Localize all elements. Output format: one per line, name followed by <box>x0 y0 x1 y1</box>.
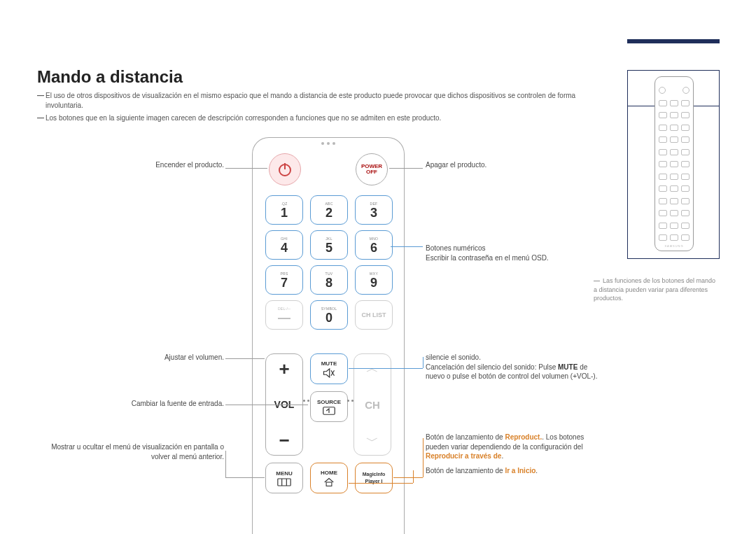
vol-up-icon: + <box>279 360 289 378</box>
source-dots-right <box>347 400 354 402</box>
mute-icon <box>323 368 335 378</box>
source-dots-left <box>303 400 309 402</box>
intro-bullet-1: ―El uso de otros dispositivos de visuali… <box>37 91 578 110</box>
intro-bullet-2: ―Los botones que en la siguiente imagen … <box>37 113 578 123</box>
callout-magicinfo: Botón de lanzamiento de Reproduct.. Los … <box>426 433 608 461</box>
svg-marker-2 <box>324 369 330 377</box>
home-icon <box>323 477 335 487</box>
leader-magicinfo <box>393 477 423 478</box>
callout-volume: Ajustar el volumen. <box>42 353 224 363</box>
numeric-keypad: .QZ1 ABC2 DEF3 GHI4 JKL5 MNO6 PRS7 TUV8 … <box>265 195 393 330</box>
remote-thumbnail: SAMSUNG <box>654 76 694 251</box>
home-button: HOME <box>310 463 348 493</box>
mute-source-column: MUTE SOURCE <box>310 353 348 422</box>
remote-thumbnail-brand: SAMSUNG <box>655 244 693 248</box>
leader-source <box>225 405 308 405</box>
remote-diagram: POWER OFF .QZ1 ABC2 DEF3 GHI4 JKL5 MNO6 … <box>252 137 405 534</box>
vol-down-icon: − <box>279 431 289 449</box>
num-7-button: PRS7 <box>265 265 303 295</box>
ir-led-dots <box>321 142 335 145</box>
source-icon <box>323 407 335 415</box>
callout-power-on: Encender el producto. <box>42 160 224 170</box>
num-2-button: ABC2 <box>310 195 348 225</box>
num-3-button: DEF3 <box>355 195 393 225</box>
callout-power-off: Apagar el producto. <box>426 160 608 170</box>
menu-home-row: MENU HOME MagicInfo Player I <box>265 463 393 493</box>
page-title: Mando a distancia <box>37 67 183 87</box>
thumbnail-note-text: Las funciones de los botones del mando a… <box>594 277 715 302</box>
menu-icon <box>277 478 291 486</box>
leader-menu <box>225 477 265 478</box>
leader-mute <box>349 368 423 369</box>
leader-menu-v <box>225 451 226 477</box>
power-off-button: POWER OFF <box>356 153 388 185</box>
callout-menu: Mostrar u ocultar el menú de visualizaci… <box>42 442 224 461</box>
leader-home-v <box>413 470 414 483</box>
menu-button: MENU <box>265 463 303 493</box>
thumbnail-note: ―Las funciones de los botones del mando … <box>594 276 720 303</box>
callout-numeric: Botones numéricos Escribir la contraseña… <box>426 244 608 262</box>
num-9-button: WXY9 <box>355 265 393 295</box>
power-off-label: POWER OFF <box>361 164 382 175</box>
page: { "title": "Mando a distancia", "intro":… <box>0 0 756 534</box>
ch-label: CH <box>365 399 380 411</box>
magicinfo-button: MagicInfo Player I <box>355 463 393 493</box>
num-4-button: GHI4 <box>265 230 303 260</box>
leader-volume <box>225 358 265 359</box>
leader-power-on <box>225 168 267 169</box>
source-button: SOURCE <box>310 391 348 422</box>
remote-thumbnail-buttons <box>659 87 690 241</box>
del-button: DEL-/--— <box>265 300 303 330</box>
num-0-button: SYMBOL0 <box>310 300 348 330</box>
num-8-button: TUV8 <box>310 265 348 295</box>
leader-mute-v <box>423 357 424 368</box>
intro-bullet-1-text: El uso de otros dispositivos de visualiz… <box>46 91 578 110</box>
callout-mute: silencie el sonido. Cancelación del sile… <box>426 353 608 381</box>
callout-source: Cambiar la fuente de entrada. <box>42 399 224 409</box>
leader-numeric <box>391 246 423 247</box>
power-icon <box>276 161 293 178</box>
header-rule <box>627 39 720 43</box>
num-1-button: .QZ1 <box>265 195 303 225</box>
ch-down-icon: ﹀ <box>366 433 379 449</box>
remote-thumbnail-frame: SAMSUNG <box>627 70 720 259</box>
ch-list-button: CH LIST <box>355 300 393 330</box>
leader-home <box>349 483 413 484</box>
mute-button: MUTE <box>310 353 348 384</box>
num-6-button: MNO6 <box>355 230 393 260</box>
intro-bullet-2-text: Los botones que en la siguiente imagen c… <box>46 113 578 123</box>
svg-rect-6 <box>278 479 290 486</box>
power-on-button <box>269 153 301 185</box>
callout-home: Botón de lanzamiento de Ir a Inicio. <box>426 466 608 476</box>
num-5-button: JKL5 <box>310 230 348 260</box>
svg-rect-9 <box>326 482 332 486</box>
leader-power-off <box>389 168 423 169</box>
leader-magicinfo-v <box>423 438 424 477</box>
